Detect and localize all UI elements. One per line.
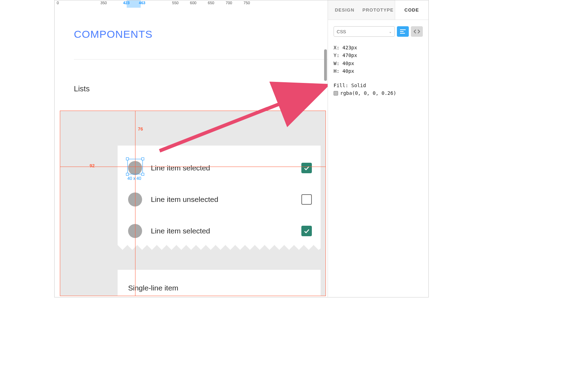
prop-y: Y: 470px (334, 51, 423, 59)
ruler-tick: 700 (226, 1, 232, 5)
fill-swatch[interactable] (334, 91, 338, 96)
design-canvas[interactable]: 0 350 423 463 550 600 650 700 750 COMPON… (55, 0, 328, 297)
avatar-circle[interactable] (128, 224, 142, 238)
chevron-down-icon: ⌄ (389, 30, 392, 34)
ruler-tick-selected: 423 (123, 1, 130, 5)
svg-rect-4 (400, 33, 405, 34)
tab-design[interactable]: DESIGN (328, 0, 361, 20)
divider (74, 59, 328, 59)
fill-block: Fill: Solid rgba(0, 0, 0, 0.26) (334, 82, 423, 97)
properties-block: X: 423px Y: 470px W: 40px H: 40px (334, 44, 423, 75)
ruler-tick: 550 (172, 1, 178, 5)
row-label: Line item selected (151, 164, 301, 172)
language-dropdown[interactable]: CSS ⌄ (334, 26, 395, 37)
list-row[interactable]: Line item unselected (128, 191, 312, 208)
scrollbar-thumb[interactable] (324, 49, 327, 81)
prop-x: X: 423px (334, 44, 423, 51)
prop-w: W: 40px (334, 59, 423, 67)
fill-value: rgba(0, 0, 0, 0.26) (340, 90, 396, 96)
section-title: Lists (74, 84, 90, 93)
checkbox-checked[interactable] (301, 226, 312, 236)
inspector-panel: DESIGN PROTOTYPE CODE CSS ⌄ (328, 0, 428, 297)
avatar-circle[interactable] (128, 192, 142, 206)
ruler-tick: 350 (100, 1, 107, 5)
list-row[interactable]: Line item selected (128, 160, 312, 176)
svg-rect-3 (400, 31, 404, 32)
prop-h: H: 40px (334, 67, 423, 75)
check-icon (303, 164, 310, 171)
check-icon (303, 227, 310, 234)
list-card-single[interactable]: Single-line item (118, 270, 321, 296)
dropdown-value: CSS (337, 29, 346, 34)
ruler-tick: 650 (208, 1, 214, 5)
inspector-body: CSS ⌄ X: 423p (328, 20, 428, 103)
page-title: COMPONENTS (74, 28, 153, 40)
ruler-tick: 0 (57, 1, 59, 5)
tab-code[interactable]: CODE (395, 0, 428, 20)
ruler-tick-selected: 463 (139, 1, 145, 5)
torn-edge (118, 245, 321, 250)
code-view-button[interactable] (411, 26, 423, 37)
ruler[interactable]: 0 350 423 463 550 600 650 700 750 (55, 0, 328, 8)
tab-prototype[interactable]: PROTOTYPE (361, 0, 394, 20)
avatar-circle[interactable] (128, 161, 142, 175)
row-label: Single-line item (128, 284, 312, 292)
fill-label: Fill: Solid (334, 82, 423, 89)
row-label: Line item selected (151, 227, 301, 235)
align-left-button[interactable] (397, 26, 409, 37)
checkbox-unchecked[interactable] (301, 194, 312, 205)
ruler-tick: 750 (244, 1, 250, 5)
app-window: 0 350 423 463 550 600 650 700 750 COMPON… (54, 0, 429, 297)
code-icon (414, 29, 420, 34)
list-row[interactable]: Line item selected (128, 223, 312, 239)
tab-bar: DESIGN PROTOTYPE CODE (328, 0, 428, 20)
checkbox-checked[interactable] (301, 163, 312, 173)
align-left-icon (400, 29, 406, 34)
row-label: Line item unselected (151, 195, 301, 204)
ruler-tick: 600 (190, 1, 196, 5)
fill-value-row[interactable]: rgba(0, 0, 0, 0.26) (334, 89, 423, 97)
svg-rect-2 (400, 29, 406, 30)
list-card[interactable]: Line item selected Line item unselected … (118, 146, 321, 250)
list-row[interactable]: Single-line item (128, 280, 312, 296)
selection-size-label: 40 x 40 (127, 176, 141, 181)
